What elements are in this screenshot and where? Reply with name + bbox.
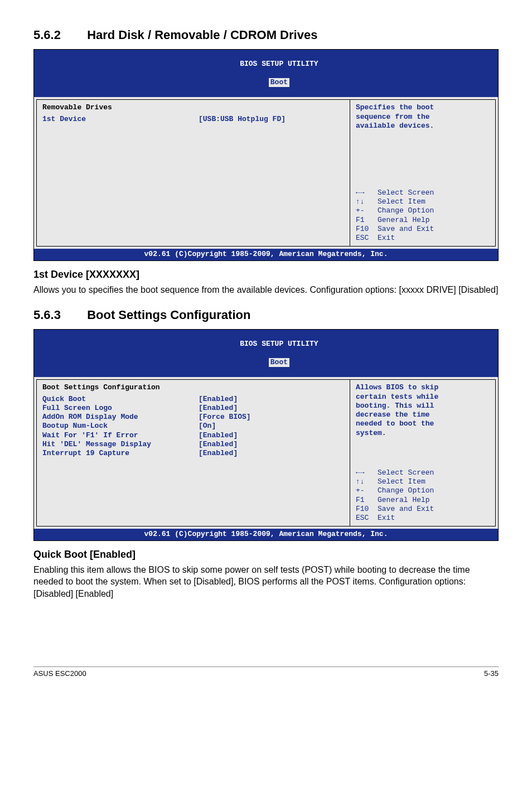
bios2-row2-label: AddOn ROM Display Mode <box>42 413 199 422</box>
bios2-row-hit-del[interactable]: Hit 'DEL' Message Display [Enabled] <box>42 440 344 449</box>
section-562-title: Hard Disk / Removable / CDROM Drives <box>87 28 317 42</box>
page-footer: ASUS ESC2000 5-35 <box>33 666 499 678</box>
bios1-left-heading: Removable Drives <box>42 103 344 112</box>
footer-left: ASUS ESC2000 <box>33 669 86 678</box>
bios2-row-interrupt-19[interactable]: Interrupt 19 Capture [Enabled] <box>42 449 344 458</box>
section-563-number: 5.6.3 <box>33 308 84 322</box>
quick-boot-heading: Quick Boot [Enabled] <box>33 549 499 561</box>
bios1-help-panel: Specifies the boot sequence from the ava… <box>350 99 496 247</box>
first-device-heading: 1st Device [XXXXXXX] <box>33 269 499 281</box>
bios1-header: BIOS SETUP UTILITY Boot <box>34 50 498 97</box>
bios-boot-settings: BIOS SETUP UTILITY Boot Boot Settings Co… <box>33 329 499 541</box>
section-562-heading: 5.6.2 Hard Disk / Removable / CDROM Driv… <box>33 28 499 42</box>
bios2-row6-label: Interrupt 19 Capture <box>42 449 199 458</box>
bios2-header-line1: BIOS SETUP UTILITY <box>240 340 318 348</box>
bios2-row1-value: [Enabled] <box>199 404 238 413</box>
bios2-row6-value: [Enabled] <box>199 449 238 458</box>
bios2-row-wait-f1[interactable]: Wait For 'F1' If Error [Enabled] <box>42 431 344 440</box>
bios1-help-text: Specifies the boot sequence from the ava… <box>356 103 490 131</box>
bios2-left-heading: Boot Settings Configuration <box>42 383 344 392</box>
bios1-copyright: v02.61 (C)Copyright 1985-2009, American … <box>34 249 498 260</box>
bios2-help-text: Allows BIOS to skip certain tests while … <box>356 383 490 438</box>
bios2-row-bootup-numlock[interactable]: Bootup Num-Lock [On] <box>42 422 344 431</box>
bios1-row-1st-device[interactable]: 1st Device [USB:USB Hotplug FD] <box>42 115 344 124</box>
bios1-key-legend: ←→ Select Screen ↑↓ Select Item +- Chang… <box>356 189 490 243</box>
bios2-key-legend: ←→ Select Screen ↑↓ Select Item +- Chang… <box>356 468 490 523</box>
bios2-row-full-screen-logo[interactable]: Full Screen Logo [Enabled] <box>42 404 344 413</box>
bios2-row-addon-rom[interactable]: AddOn ROM Display Mode [Force BIOS] <box>42 413 344 422</box>
bios-removable-drives: BIOS SETUP UTILITY Boot Removable Drives… <box>33 49 499 261</box>
bios2-row5-value: [Enabled] <box>199 440 238 449</box>
bios2-row1-label: Full Screen Logo <box>42 404 199 413</box>
bios2-copyright: v02.61 (C)Copyright 1985-2009, American … <box>34 529 498 540</box>
bios2-row0-value: [Enabled] <box>199 395 238 404</box>
bios1-tab-boot: Boot <box>269 78 289 87</box>
bios1-left-panel: Removable Drives 1st Device [USB:USB Hot… <box>36 99 350 247</box>
first-device-paragraph: Allows you to specifies the boot sequenc… <box>33 284 499 296</box>
bios2-row-quick-boot[interactable]: Quick Boot [Enabled] <box>42 395 344 404</box>
bios2-header: BIOS SETUP UTILITY Boot <box>34 330 498 377</box>
bios2-help-panel: Allows BIOS to skip certain tests while … <box>350 379 496 526</box>
bios2-row5-label: Hit 'DEL' Message Display <box>42 440 199 449</box>
bios2-tab-boot: Boot <box>269 358 289 367</box>
section-563-title: Boot Settings Configuration <box>87 308 250 322</box>
bios2-left-panel: Boot Settings Configuration Quick Boot [… <box>36 379 350 526</box>
footer-right: 5-35 <box>484 669 499 678</box>
bios2-row0-label: Quick Boot <box>42 395 199 404</box>
bios2-row3-label: Bootup Num-Lock <box>42 422 199 431</box>
bios2-row4-value: [Enabled] <box>199 431 238 440</box>
bios1-row0-value: [USB:USB Hotplug FD] <box>199 115 286 124</box>
section-562-number: 5.6.2 <box>33 28 84 42</box>
bios1-row0-label: 1st Device <box>42 115 199 124</box>
bios2-row2-value: [Force BIOS] <box>199 413 251 422</box>
section-563-heading: 5.6.3 Boot Settings Configuration <box>33 308 499 322</box>
bios2-row4-label: Wait For 'F1' If Error <box>42 431 199 440</box>
quick-boot-paragraph: Enabling this item allows the BIOS to sk… <box>33 564 499 600</box>
bios2-row3-value: [On] <box>199 422 216 431</box>
bios1-header-line1: BIOS SETUP UTILITY <box>240 60 318 68</box>
